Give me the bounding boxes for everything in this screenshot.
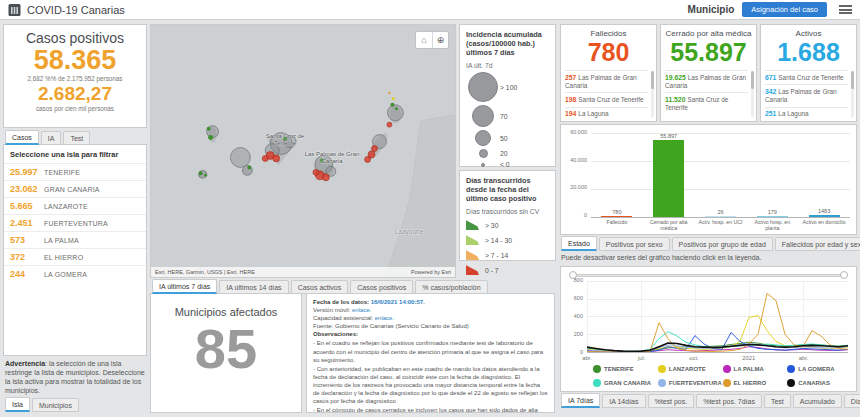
casos-rate-label: casos por cien mil personas — [4, 105, 146, 112]
menu-icon[interactable] — [839, 5, 852, 14]
island-row[interactable]: 573 LA PALMA — [4, 231, 146, 248]
map-tab[interactable]: Casos activos — [291, 280, 349, 294]
activos-panel: Activos 1.688 671Santa Cruz de Tenerife … — [760, 24, 857, 122]
legend-item[interactable]: LA GOMERA — [787, 365, 852, 373]
map[interactable]: Santa Cruz de Tenerife Las Palmas de Gra… — [150, 24, 456, 278]
estado-tab[interactable]: Positivos por sexo — [599, 237, 670, 251]
metric-tab[interactable]: %test pos. — [648, 394, 695, 408]
time-range-slider[interactable] — [569, 271, 848, 279]
line-x-tick: abr. — [799, 355, 809, 361]
map-tab[interactable]: IA últimos 7 días — [152, 279, 217, 294]
island-name: EL HIERRO — [44, 254, 83, 261]
estado-tab[interactable]: Estado — [561, 236, 597, 251]
casos-tab[interactable]: Casos — [5, 130, 39, 145]
capacity-link[interactable]: enlace. — [375, 315, 394, 321]
legend-series-name: CANARIAS — [798, 380, 830, 386]
legend-incidencia: Incidencia acumulada (casos/100000 hab.)… — [459, 24, 556, 167]
line-x-axis: abr. jul. oct. 2021 abr. — [587, 355, 848, 363]
estado-bar-chart: 60.000 40.000 20.000 0 78055.89726179148… — [560, 124, 857, 235]
bar-2[interactable]: 26 — [695, 133, 747, 217]
metric-tab[interactable]: %test pos. 7días — [696, 394, 762, 408]
days-label: > 7 - 14 — [485, 252, 508, 259]
scrollbar[interactable] — [651, 71, 654, 117]
isla-tab[interactable]: Municipios — [32, 398, 79, 412]
map-tab[interactable]: % casos/población — [415, 280, 487, 294]
metric-tab[interactable]: IA 7días — [561, 393, 600, 408]
map-tab[interactable]: Casos positivos — [350, 280, 413, 294]
days-legend-row: > 14 - 30 — [466, 235, 549, 245]
fallecidos-list[interactable]: 257Las Palmas de Gran Canaria 198Santa C… — [565, 70, 648, 119]
casos-tab[interactable]: IA — [41, 131, 62, 145]
bar-x-label: Cerrado por alta médica — [643, 220, 695, 233]
legend-series-name: LA GOMERA — [798, 366, 834, 372]
legend-color-dot — [593, 365, 601, 373]
bubble-label: 20 — [500, 150, 508, 157]
stat-row-value: 19.625 — [665, 74, 686, 81]
stat-row-value: 342 — [765, 88, 776, 95]
estado-tab[interactable]: Fallecidos por edad y sexo — [775, 237, 860, 251]
metric-tab[interactable]: Acumulado — [793, 394, 842, 408]
flag-icon — [466, 220, 479, 230]
bar-3[interactable]: 179 — [746, 133, 798, 217]
legend-item[interactable]: FUERTEVENTURA — [658, 379, 723, 387]
activos-title: Activos — [761, 29, 856, 38]
bubble-legend-row: 50 — [466, 130, 549, 146]
mobile-link[interactable]: enlace. — [352, 307, 371, 313]
isla-tab[interactable]: Isla — [5, 397, 30, 412]
line-series-svg — [587, 281, 848, 352]
island-name: TENERIFE — [44, 169, 80, 176]
bubble-icon — [475, 130, 491, 146]
bubble-label: 50 — [500, 135, 508, 142]
legend-item[interactable]: LANZAROTE — [658, 365, 723, 373]
island-row[interactable]: 25.997 TENERIFE — [4, 163, 146, 180]
metric-tab[interactable]: IA 14días — [602, 394, 645, 408]
scrollbar[interactable] — [851, 71, 854, 117]
bar-0[interactable]: 780 — [591, 133, 643, 217]
metric-tab-bar: IA 7días IA 14días %test pos. %test pos.… — [561, 393, 860, 408]
island-row[interactable]: 244 LA GOMERA — [4, 265, 146, 282]
island-row[interactable]: 5.665 LANZAROTE — [4, 197, 146, 214]
days-legend-row: > 7 - 14 — [466, 250, 549, 260]
slider-handle-right[interactable] — [840, 271, 848, 279]
island-cases: 573 — [10, 235, 40, 245]
metric-tab[interactable]: Diario — [844, 394, 860, 408]
bar-4[interactable]: 1483 — [798, 133, 850, 217]
legend-item[interactable]: TENERIFE — [593, 365, 658, 373]
legend-series-name: GRAN CANARIA — [604, 380, 651, 386]
island-row[interactable]: 23.062 GRAN CANARIA — [4, 180, 146, 197]
stat-row-name: La Laguna — [578, 110, 608, 117]
bar-y-tick: 0 — [584, 212, 587, 218]
casos-tab[interactable]: Test — [63, 131, 90, 145]
line-chart-legend: TENERIFE LANZAROTE LA PALMA LA GOMERA GR… — [593, 364, 852, 388]
map-tab[interactable]: IA últimos 14 días — [219, 280, 288, 294]
bubble-icon — [468, 72, 498, 102]
line-y-axis: 800 600 400 200 0 — [563, 277, 583, 355]
basemap-icon[interactable]: ⊕ — [432, 32, 448, 48]
days-label: 0 - 7 — [485, 267, 499, 274]
island-filter-title: Seleccione una isla para filtrar — [4, 145, 146, 163]
home-icon[interactable]: ⌂ — [416, 32, 432, 48]
scrollbar[interactable] — [751, 71, 754, 117]
legend-item[interactable]: EL HIERRO — [723, 379, 788, 387]
stat-row-value: 257 — [565, 74, 576, 81]
estado-tab[interactable]: Positivos por grupo de edad — [672, 237, 773, 251]
island-cases: 23.062 — [10, 184, 40, 194]
island-name: LA GOMERA — [44, 271, 87, 278]
cerrado-list[interactable]: 19.625Las Palmas de Gran Canaria 11.520S… — [665, 70, 748, 119]
bar-1[interactable]: 55.897 — [643, 133, 695, 217]
legend-item[interactable]: GRAN CANARIA — [593, 379, 658, 387]
powered-by-esri: Powered by Esri — [411, 269, 451, 275]
date-value: 16/6/2021 14:00:57. — [371, 299, 425, 305]
metric-tab[interactable]: Test — [764, 394, 791, 408]
activos-list[interactable]: 671Santa Cruz de Tenerife 342Las Palmas … — [765, 70, 848, 119]
stat-row-value: 251 — [765, 110, 776, 117]
legend-item[interactable]: LA PALMA — [723, 365, 788, 373]
island-row[interactable]: 2.451 FUERTEVENTURA — [4, 214, 146, 231]
asignacion-caso-button[interactable]: Asignación del caso — [742, 2, 827, 17]
bubble-label: > 100 — [500, 84, 517, 91]
bubble-icon — [472, 105, 494, 127]
days-label: > 14 - 30 — [485, 237, 512, 244]
island-row[interactable]: 372 EL HIERRO — [4, 248, 146, 265]
map-tab-bar: IA últimos 7 días IA últimos 14 días Cas… — [152, 279, 488, 294]
legend-item[interactable]: CANARIAS — [787, 379, 852, 387]
